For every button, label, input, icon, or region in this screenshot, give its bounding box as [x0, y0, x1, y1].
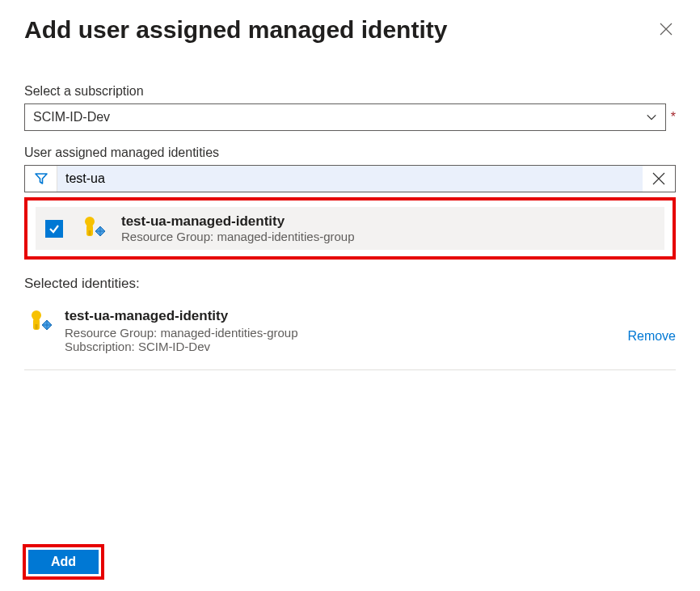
managed-identity-icon [78, 214, 107, 243]
identity-resource-group: Resource Group: managed-identities-group [121, 230, 355, 243]
chevron-down-icon [646, 112, 657, 123]
add-button-highlight: Add [23, 544, 104, 580]
identity-name: test-ua-managed-identity [121, 213, 355, 230]
selected-identities-label: Selected identities: [24, 276, 676, 292]
svg-rect-5 [36, 324, 38, 329]
selected-identity-resource-group: Resource Group: managed-identities-group [65, 326, 616, 340]
subscription-label: Select a subscription [24, 84, 676, 99]
add-button[interactable]: Add [28, 550, 99, 574]
identity-result-row[interactable]: test-ua-managed-identity Resource Group:… [36, 207, 664, 250]
managed-identity-icon [24, 308, 53, 337]
selected-identity-row: test-ua-managed-identity Resource Group:… [24, 305, 676, 370]
filter-icon [25, 166, 57, 192]
subscription-dropdown[interactable]: SCIM-ID-Dev [24, 103, 666, 131]
required-indicator: * [671, 110, 676, 125]
filter-input[interactable] [57, 166, 643, 192]
result-highlight: test-ua-managed-identity Resource Group:… [24, 197, 676, 260]
remove-link[interactable]: Remove [627, 329, 676, 344]
svg-rect-2 [89, 230, 91, 235]
panel-title: Add user assigned managed identity [24, 16, 447, 44]
identities-label: User assigned managed identities [24, 146, 676, 160]
clear-filter-icon[interactable] [643, 166, 675, 192]
selected-identity-name: test-ua-managed-identity [65, 308, 616, 324]
identity-checkbox[interactable] [45, 220, 63, 238]
filter-row [24, 165, 676, 192]
subscription-value: SCIM-ID-Dev [33, 110, 110, 125]
close-icon[interactable] [656, 19, 676, 41]
selected-identity-subscription: Subscription: SCIM-ID-Dev [65, 340, 616, 353]
